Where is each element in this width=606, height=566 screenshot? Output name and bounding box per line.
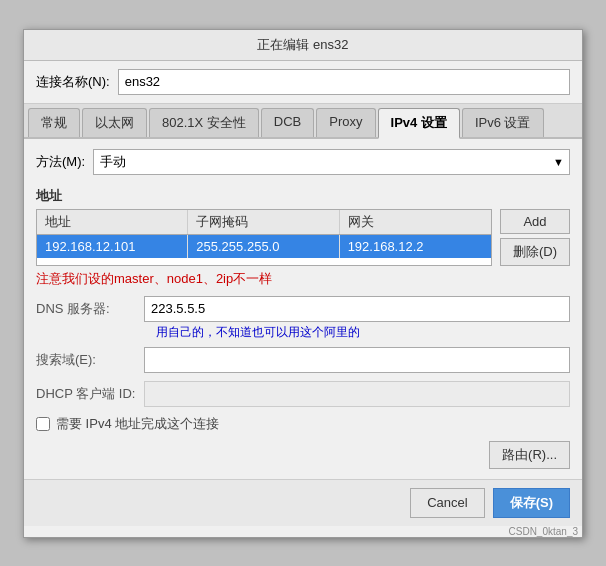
col-subnet: 子网掩码	[188, 210, 339, 234]
method-label: 方法(M):	[36, 153, 85, 171]
dialog-footer: Cancel 保存(S)	[24, 479, 582, 526]
tab-ipv6[interactable]: IPv6 设置	[462, 108, 544, 137]
tab-ethernet[interactable]: 以太网	[82, 108, 147, 137]
address-table-container: 地址 子网掩码 网关 192.168.12.101 255.255.255.0 …	[36, 209, 570, 266]
title-bar: 正在编辑 ens32	[24, 30, 582, 61]
search-input[interactable]	[144, 347, 570, 373]
method-row: 方法(M): 手动 自动(DHCP) 仅本地链路 共享到其他计算机 禁用 ▼	[36, 149, 570, 175]
delete-button[interactable]: 删除(D)	[500, 238, 570, 266]
dns-label: DNS 服务器:	[36, 300, 136, 318]
tab-ipv4[interactable]: IPv4 设置	[378, 108, 460, 139]
require-ipv4-checkbox[interactable]	[36, 417, 50, 431]
tab-dcb[interactable]: DCB	[261, 108, 314, 137]
tabs-row: 常规 以太网 802.1X 安全性 DCB Proxy IPv4 设置 IPv6…	[24, 104, 582, 139]
connection-name-label: 连接名称(N):	[36, 73, 110, 91]
cell-gateway: 192.168.12.2	[340, 235, 491, 258]
save-button[interactable]: 保存(S)	[493, 488, 570, 518]
tab-general[interactable]: 常规	[28, 108, 80, 137]
table-header: 地址 子网掩码 网关	[37, 210, 491, 235]
watermark: CSDN_0ktan_3	[24, 526, 582, 537]
main-dialog: 正在编辑 ens32 连接名称(N): 常规 以太网 802.1X 安全性 DC…	[23, 29, 583, 538]
cell-address: 192.168.12.101	[37, 235, 188, 258]
col-gateway: 网关	[340, 210, 491, 234]
search-row: 搜索域(E):	[36, 347, 570, 373]
connection-name-row: 连接名称(N):	[24, 61, 582, 104]
dns-input[interactable]	[144, 296, 570, 322]
dhcp-label: DHCP 客户端 ID:	[36, 385, 136, 403]
table-row[interactable]: 192.168.12.101 255.255.255.0 192.168.12.…	[37, 235, 491, 258]
annotation-2: 用自己的，不知道也可以用这个阿里的	[156, 325, 360, 339]
address-table: 地址 子网掩码 网关 192.168.12.101 255.255.255.0 …	[36, 209, 492, 266]
dhcp-row: DHCP 客户端 ID:	[36, 381, 570, 407]
add-button[interactable]: Add	[500, 209, 570, 234]
route-button-container: 路由(R)...	[36, 441, 570, 469]
dns-row: DNS 服务器:	[36, 296, 570, 322]
address-section-title: 地址	[36, 187, 570, 205]
dhcp-input[interactable]	[144, 381, 570, 407]
table-buttons: Add 删除(D)	[500, 209, 570, 266]
search-label: 搜索域(E):	[36, 351, 136, 369]
method-select-wrapper: 手动 自动(DHCP) 仅本地链路 共享到其他计算机 禁用 ▼	[93, 149, 570, 175]
method-select[interactable]: 手动 自动(DHCP) 仅本地链路 共享到其他计算机 禁用	[93, 149, 570, 175]
dialog-title: 正在编辑 ens32	[257, 37, 348, 52]
tab-content: 方法(M): 手动 自动(DHCP) 仅本地链路 共享到其他计算机 禁用 ▼ 地…	[24, 139, 582, 479]
cell-subnet: 255.255.255.0	[188, 235, 339, 258]
annotation-1: 注意我们设的master、node1、2ip不一样	[36, 270, 570, 288]
tab-security[interactable]: 802.1X 安全性	[149, 108, 259, 137]
cancel-button[interactable]: Cancel	[410, 488, 484, 518]
checkbox-label: 需要 IPv4 地址完成这个连接	[56, 415, 219, 433]
tab-proxy[interactable]: Proxy	[316, 108, 375, 137]
connection-name-input[interactable]	[118, 69, 570, 95]
col-address: 地址	[37, 210, 188, 234]
route-button[interactable]: 路由(R)...	[489, 441, 570, 469]
checkbox-row: 需要 IPv4 地址完成这个连接	[36, 415, 570, 433]
